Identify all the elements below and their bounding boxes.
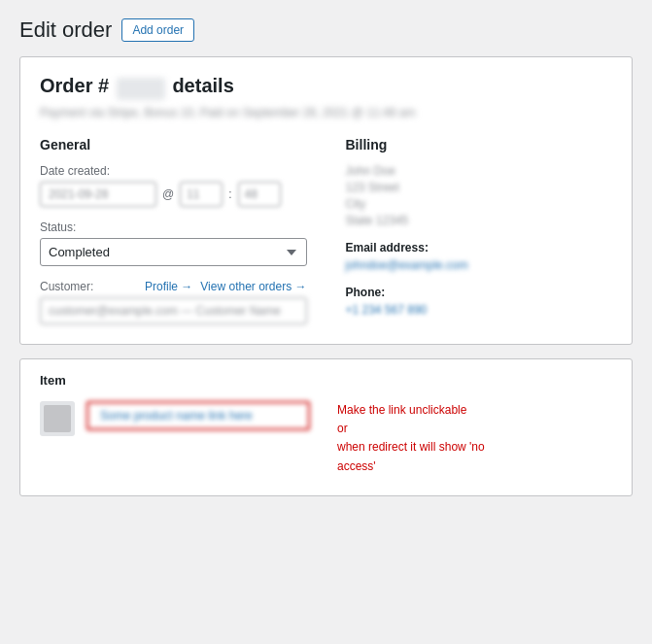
annotation-line3: when redirect it will show 'no <box>337 438 485 457</box>
items-card: Item Some product name link here Make th… <box>19 358 633 496</box>
customer-links: Profile → View other orders → <box>145 280 307 293</box>
customer-label-row: Customer: Profile → View other orders → <box>40 280 307 293</box>
order-title-suffix: details <box>172 75 233 96</box>
billing-address2: City <box>346 197 613 211</box>
order-number <box>117 78 165 100</box>
date-row: @ : <box>40 182 307 207</box>
order-form-columns: General Date created: @ : Status: Comple… <box>40 137 612 324</box>
date-label: Date created: <box>40 164 307 178</box>
customer-input[interactable] <box>40 297 307 324</box>
billing-address3: State 12345 <box>346 214 613 227</box>
colon-sep: : <box>228 187 231 201</box>
item-row: Some product name link here Make the lin… <box>40 401 612 476</box>
view-orders-link[interactable]: View other orders → <box>200 280 306 293</box>
general-column: General Date created: @ : Status: Comple… <box>40 137 307 324</box>
at-sign: @ <box>162 187 174 201</box>
order-title-prefix: Order # <box>40 75 109 96</box>
items-heading: Item <box>40 373 612 388</box>
status-label: Status: <box>40 220 307 234</box>
annotation-line2: or <box>337 420 485 438</box>
billing-column: Billing John Doe 123 Street City State 1… <box>346 137 613 324</box>
item-thumbnail-inner <box>44 405 71 432</box>
page-header: Edit order Add order <box>0 0 652 56</box>
order-subtitle: Payment via Stripe, Bonus 10, Paid on Se… <box>40 106 612 119</box>
annotation-line1: Make the link unclickable <box>337 401 485 420</box>
status-row: Status: Completed Pending payment Proces… <box>40 220 307 266</box>
page-title: Edit order <box>19 17 112 43</box>
email-label: Email address: <box>346 241 613 254</box>
profile-link[interactable]: Profile → <box>145 280 192 293</box>
hour-input[interactable] <box>180 182 223 207</box>
phone-value: +1 234 567 890 <box>346 303 613 317</box>
billing-address1: 123 Street <box>346 181 613 194</box>
order-details-card: Order # details Payment via Stripe, Bonu… <box>19 56 633 345</box>
item-link[interactable]: Some product name link here <box>86 401 310 430</box>
add-order-button[interactable]: Add order <box>121 18 194 42</box>
annotation-box: Make the link unclickable or when redire… <box>337 401 485 476</box>
minute-input[interactable] <box>238 182 281 207</box>
status-select[interactable]: Completed Pending payment Processing On … <box>40 238 307 266</box>
phone-label: Phone: <box>346 286 613 299</box>
billing-name: John Doe <box>346 164 613 178</box>
customer-label: Customer: <box>40 280 93 293</box>
general-heading: General <box>40 137 307 153</box>
customer-row: Customer: Profile → View other orders → <box>40 280 307 324</box>
customer-select-wrap <box>40 297 307 324</box>
item-thumbnail <box>40 401 75 436</box>
date-input[interactable] <box>40 182 156 207</box>
email-value: johndoe@example.com <box>346 258 613 272</box>
billing-heading: Billing <box>346 137 613 153</box>
annotation-line4: access' <box>337 458 485 476</box>
